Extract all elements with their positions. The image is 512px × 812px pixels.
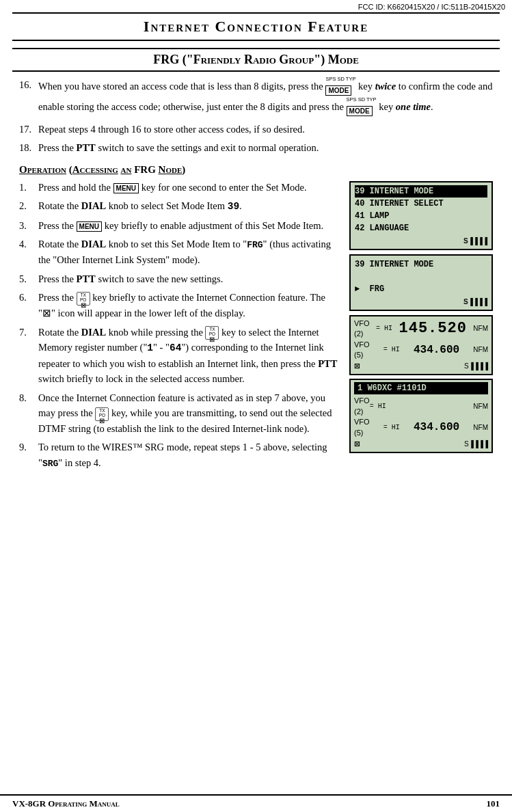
radio-row-bot: VFO(5) = HI 434.600 NFM: [354, 340, 488, 361]
lcd-line-1: 39 INTERNET MODE: [355, 185, 487, 198]
lcd-screen-1: 39 INTERNET MODE 40 INTERNET SELECT 41 L…: [349, 181, 493, 250]
page-footer: VX-8GR Operating Manual 101: [0, 794, 512, 812]
hi-top: = HI: [376, 324, 392, 334]
item-16-content: When you have stored an access code that…: [38, 77, 493, 118]
fcc-id-text: FCC ID: K6620415X20 / IC:511B-20415X20: [358, 3, 505, 11]
lcd-screen-2: 39 INTERNET MODE ► FRG S▐▐▐▐: [349, 254, 493, 311]
op-item-3: 3. Press the MENU key briefly to enable …: [19, 218, 340, 233]
item-16-num: 16.: [19, 77, 38, 118]
item-18-num: 18.: [19, 140, 38, 155]
list-item-18: 18. Press the PTT switch to save the set…: [19, 140, 493, 155]
srg-label: SRG: [42, 459, 58, 469]
hi2-bot: = HI: [383, 423, 400, 433]
footer-right: 101: [487, 798, 500, 809]
op-item-6: 6. Press the TX PO ⊠ key briefly to acti…: [19, 290, 340, 321]
op-item-1: 1. Press and hold the MENU key for one s…: [19, 180, 340, 195]
op-item-9: 9. To return to the WIRES™ SRG mode, rep…: [19, 439, 340, 471]
page-title: Internet Connection Feature: [12, 12, 500, 41]
lcd-signal-2: S▐▐▐▐: [355, 297, 487, 307]
mode-bot: NFM: [473, 345, 488, 355]
one-time-text: one time: [396, 101, 431, 112]
list-item-16: 16. When you have stored an access code …: [19, 77, 493, 118]
radio-row2-top: VFO(2) = HI NFM: [354, 396, 488, 417]
lcd-line-s2-3: ► FRG: [355, 283, 487, 295]
mode2-bot: NFM: [473, 423, 488, 433]
callsign-text: 1 W6DXC #1101D: [358, 383, 427, 393]
signal-s4: S▐▐▐▐: [464, 440, 488, 448]
txpo-key-8: TX PO ⊠: [95, 407, 109, 421]
page-wrapper: FCC ID: K6620415X20 / IC:511B-20415X20 I…: [0, 0, 512, 812]
freq-top: 145.520: [399, 319, 466, 340]
op-item-7: 7. Rotate the DIAL knob while pressing t…: [19, 325, 340, 387]
radio-row2-bot: VFO(5) = HI 434.600 NFM: [354, 417, 488, 438]
radio-row-top: VFO(2) = HI 145.520 NFM: [354, 319, 488, 340]
ptt-label: PTT: [77, 142, 96, 153]
sub-section-title: Operation (Accessing an FRG Node): [19, 164, 493, 176]
lcd-signal-1: S▐▐▐▐: [355, 236, 487, 246]
freq2-bot: 434.600: [414, 420, 459, 435]
operation-content: 39 INTERNET MODE 40 INTERNET SELECT 41 L…: [19, 180, 493, 474]
lcd-line-4: 42 LANGUAGE: [355, 222, 487, 234]
vfo2b-label: VFO(2): [354, 396, 370, 417]
mode2-top: NFM: [473, 402, 488, 411]
lcd-line-s2-1: 39 INTERNET MODE: [355, 258, 487, 271]
radio-display-2: 1 W6DXC #1101D VFO(2) = HI NFM VFO(5) = …: [349, 379, 493, 453]
mode-key-icon2: MODE: [347, 106, 373, 116]
item-18-content: Press the PTT switch to save the setting…: [38, 140, 493, 155]
signal-s3: S▐▐▐▐: [464, 362, 488, 370]
list-item-17: 17. Repeat steps 4 through 16 to store o…: [19, 122, 493, 137]
freq-bot: 434.600: [414, 342, 459, 357]
lcd-line-2: 40 INTERNET SELECT: [355, 198, 487, 210]
lcd-line-3: 41 LAMP: [355, 210, 487, 222]
menu-key-1: MENU: [113, 183, 139, 193]
radio-display-1: VFO(2) = HI 145.520 NFM VFO(5) = HI 434.…: [349, 315, 493, 376]
mode-key-icon: MODE: [325, 85, 351, 96]
intro-list: 16. When you have stored an access code …: [19, 77, 493, 156]
txpo-key-7: TX PO ⊠: [205, 326, 219, 340]
fcc-header: FCC ID: K6620415X20 / IC:511B-20415X20: [0, 0, 512, 12]
cross-box-icon: ⊠: [354, 360, 360, 372]
mode-top: NFM: [473, 324, 488, 334]
op-item-5: 5. Press the PTT switch to save the new …: [19, 271, 340, 286]
hi2-top: = HI: [370, 402, 386, 411]
op-item-8: 8. Once the Internet Connection feature …: [19, 390, 340, 437]
callsign-bar: 1 W6DXC #1101D: [354, 382, 488, 394]
item-17-content: Repeat steps 4 through 16 to store other…: [38, 122, 493, 137]
frg-label: FRG: [247, 240, 262, 250]
section-title: FRG ("Friendly Radio Group") Mode: [12, 48, 500, 72]
screen-area: 39 INTERNET MODE 40 INTERNET SELECT 41 L…: [349, 181, 493, 457]
content-area: 16. When you have stored an access code …: [0, 77, 512, 474]
op-item-4: 4. Rotate the DIAL knob to set this Set …: [19, 236, 340, 268]
lcd-line-s2-2: [355, 271, 487, 283]
txpo-key-6: TX PO ⊠: [77, 292, 90, 306]
twice-text: twice: [375, 81, 396, 92]
vfo5b-label: VFO(5): [354, 417, 370, 438]
vfo2-label: VFO(2): [354, 319, 370, 340]
footer-left: VX-8GR Operating Manual: [12, 798, 120, 809]
hi-bot: = HI: [383, 345, 400, 355]
item-17-num: 17.: [19, 122, 38, 137]
cross-box-icon2: ⊠: [354, 438, 360, 450]
vfo5-label: VFO(5): [354, 340, 370, 361]
menu-key-2: MENU: [77, 221, 102, 232]
op-item-2: 2. Rotate the DIAL knob to select Set Mo…: [19, 198, 340, 214]
